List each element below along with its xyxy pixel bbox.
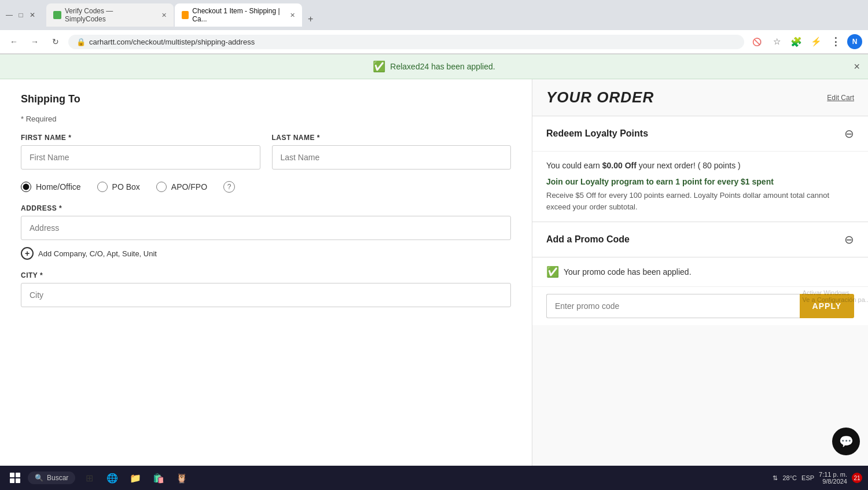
tab-favicon-1 [53, 11, 61, 19]
extension-icon-2[interactable]: ⚡ [808, 34, 824, 50]
taskbar-right: ⇅ 28°C ESP 7:11 p. m. 9/8/2024 21 [773, 471, 862, 485]
promo-success-message: ✅ Your promo code has been applied. [532, 257, 868, 287]
left-panel: Shipping To * Required FIRST NAME * LAST… [0, 79, 532, 488]
last-name-input[interactable] [272, 145, 512, 170]
promo-code-input[interactable] [546, 294, 800, 318]
name-row: FIRST NAME * LAST NAME * [21, 134, 511, 170]
city-label: CITY * [21, 271, 511, 279]
loyalty-info-title: Join our Loyalty program to earn 1 point… [546, 177, 854, 186]
radio-po-box-label: PO Box [112, 182, 140, 191]
apo-help-icon[interactable]: ? [223, 181, 235, 193]
add-company-button[interactable]: + Add Company, C/O, Apt, Suite, Unit [21, 247, 511, 260]
browser-chrome: — □ ✕ Verify Codes — SimplyCodes ✕ Check… [0, 0, 868, 54]
taskbar-notifications[interactable]: 21 [852, 473, 862, 483]
tab-verify-codes[interactable]: Verify Codes — SimplyCodes ✕ [46, 3, 174, 27]
radio-apo-fpo-label: APO/FPO [171, 182, 207, 191]
task-view-icon[interactable]: ⊞ [79, 467, 100, 488]
redeem-loyalty-title: Redeem Loyalty Points [546, 128, 648, 139]
radio-home-office[interactable]: Home/Office [21, 182, 81, 192]
promo-code-header[interactable]: Add a Promo Code ⊖ [532, 222, 868, 257]
address-input[interactable] [21, 216, 511, 240]
tab-title-1: Verify Codes — SimplyCodes [65, 7, 156, 23]
add-company-label: Add Company, C/O, Apt, Suite, Unit [38, 249, 157, 258]
apply-promo-button[interactable]: APPLY [800, 294, 854, 318]
store-icon[interactable]: 🛍️ [148, 467, 169, 488]
close-button[interactable]: ✕ [28, 10, 37, 20]
address-group: ADDRESS * [21, 204, 511, 240]
extension-puzzle-icon[interactable]: 🧩 [788, 34, 804, 50]
first-name-input[interactable] [21, 145, 260, 170]
minimize-button[interactable]: — [5, 10, 14, 20]
toolbar-icons: 🚫 ☆ 🧩 ⚡ ⋮ N [749, 34, 862, 50]
taskbar-search-label: Buscar [47, 474, 68, 482]
radio-apo-fpo-input[interactable] [156, 182, 167, 192]
search-icon: 🔍 [35, 474, 43, 482]
more-options-icon[interactable]: ⋮ [827, 34, 844, 50]
files-icon[interactable]: 📁 [125, 467, 146, 488]
last-name-label: LAST NAME * [272, 134, 512, 142]
earn-text-prefix: You could earn [546, 161, 602, 170]
tab-title-2: Checkout 1 Item - Shipping | Ca... [192, 7, 284, 23]
reload-button[interactable]: ↻ [47, 34, 64, 50]
promo-code-title: Add a Promo Code [546, 234, 630, 245]
promo-code-section: Add a Promo Code ⊖ [532, 222, 868, 257]
earn-text: You could earn $0.00 Off your next order… [546, 161, 854, 170]
city-group: CITY * [21, 271, 511, 307]
redeem-loyalty-content: You could earn $0.00 Off your next order… [532, 151, 868, 222]
shipping-section-title: Shipping To [21, 93, 511, 105]
no-tracking-icon[interactable]: 🚫 [749, 34, 765, 50]
title-bar: — □ ✕ Verify Codes — SimplyCodes ✕ Check… [0, 0, 868, 30]
promo-input-row: Activar Windows Ve a Configuración pa...… [532, 287, 868, 325]
earn-text-suffix: your next order! ( 80 points ) [637, 161, 741, 170]
notification-banner: ✅ Relaxed24 has been applied. × [0, 54, 868, 79]
radio-home-office-input[interactable] [21, 182, 31, 192]
taskbar-time: 7:11 p. m. [819, 471, 847, 478]
edge-icon[interactable]: 🌐 [102, 467, 123, 488]
profile-icon[interactable]: N [847, 34, 862, 49]
tab-checkout[interactable]: Checkout 1 Item - Shipping | Ca... ✕ [175, 3, 302, 27]
new-tab-button[interactable]: + [303, 12, 318, 27]
address-type-group: Home/Office PO Box APO/FPO ? [21, 181, 511, 193]
check-icon: ✅ [373, 60, 385, 73]
tab-close-1[interactable]: ✕ [161, 12, 167, 19]
taskbar-date: 9/8/2024 [822, 478, 847, 485]
maximize-button[interactable]: □ [16, 10, 25, 20]
back-button[interactable]: ← [6, 34, 22, 50]
taskbar-left: 🔍 Buscar ⊞ 🌐 📁 🛍️ 🦉 [6, 467, 192, 488]
radio-home-office-label: Home/Office [36, 182, 81, 191]
right-panel: YOUR ORDER Edit Cart Redeem Loyalty Poin… [532, 79, 868, 488]
svg-rect-1 [16, 473, 20, 477]
url-bar[interactable]: 🔒 carhartt.com/checkout/multistep/shippi… [68, 35, 744, 49]
add-company-icon: + [21, 247, 34, 260]
redeem-loyalty-header[interactable]: Redeem Loyalty Points ⊖ [532, 116, 868, 151]
city-input[interactable] [21, 283, 511, 307]
taskbar-language: ESP [801, 474, 814, 481]
edit-cart-link[interactable]: Edit Cart [827, 94, 854, 102]
browser-toolbar: ← → ↻ 🔒 carhartt.com/checkout/multistep/… [0, 30, 868, 54]
radio-apo-fpo[interactable]: APO/FPO [156, 182, 207, 192]
promo-success-text: Your promo code has been applied. [564, 267, 692, 277]
url-text: carhartt.com/checkout/multistep/shipping… [89, 38, 736, 46]
svg-rect-3 [16, 478, 20, 483]
redeem-loyalty-collapse-icon: ⊖ [844, 127, 854, 141]
promo-code-collapse-icon: ⊖ [844, 233, 854, 246]
window-controls[interactable]: — □ ✕ [5, 10, 37, 20]
owl-icon[interactable]: 🦉 [171, 467, 192, 488]
taskbar-clock: 7:11 p. m. 9/8/2024 [819, 471, 847, 485]
tab-bar: Verify Codes — SimplyCodes ✕ Checkout 1 … [42, 3, 322, 27]
radio-po-box-input[interactable] [97, 182, 108, 192]
tab-close-2[interactable]: ✕ [290, 12, 295, 19]
redeem-loyalty-section: Redeem Loyalty Points ⊖ You could earn $… [532, 116, 868, 222]
order-title: YOUR ORDER [546, 89, 654, 106]
taskbar-search[interactable]: 🔍 Buscar [28, 471, 75, 484]
start-button[interactable] [6, 469, 24, 487]
taskbar: 🔍 Buscar ⊞ 🌐 📁 🛍️ 🦉 ⇅ 28°C ESP 7:11 p. m… [0, 466, 868, 488]
notification-text: ✅ Relaxed24 has been applied. [373, 60, 495, 73]
notification-close-button[interactable]: × [854, 61, 860, 73]
chat-button[interactable]: 💬 [832, 428, 860, 455]
forward-button[interactable]: → [27, 34, 43, 50]
required-note: * Required [21, 115, 511, 123]
radio-po-box[interactable]: PO Box [97, 182, 140, 192]
bookmark-star-icon[interactable]: ☆ [768, 34, 785, 50]
earn-amount: $0.00 Off [602, 161, 637, 170]
